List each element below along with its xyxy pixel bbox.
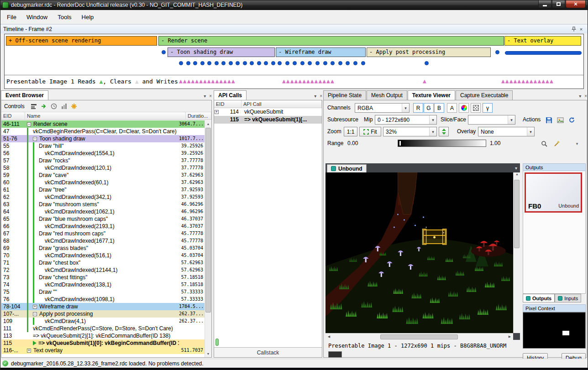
timeline-draw-dot[interactable] [300, 61, 304, 65]
timeline-draw-dot[interactable] [186, 61, 190, 65]
panel-menu-icon[interactable]: ▾ [314, 94, 316, 99]
timeline-header[interactable]: Timeline - Frame #2 × [0, 24, 588, 33]
scroll-thumb[interactable] [514, 180, 520, 248]
timeline-draw-dot[interactable] [315, 61, 320, 65]
panel-close-icon[interactable]: × [584, 94, 587, 99]
event-row[interactable]: 111vkCmdEndRenderPass(C=Store, D=Store, … [1, 325, 205, 332]
timeline-draw-dot[interactable] [346, 61, 350, 65]
event-row[interactable]: 78-104+Wireframe draw1784.5... [1, 303, 205, 310]
scroll-right-icon[interactable]: ▶ [506, 335, 513, 339]
pin-icon[interactable] [570, 26, 578, 32]
timeline-close-icon[interactable]: × [578, 26, 585, 32]
minimize-button[interactable] [538, 0, 551, 8]
preview-tab-list-icon[interactable]: ▾ [515, 166, 520, 172]
timeline-draw-dot[interactable] [193, 61, 197, 65]
scroll-up-icon[interactable]: ▲ [205, 120, 211, 127]
tab-event-browser[interactable]: Event Browser [1, 90, 48, 100]
flip-y-button[interactable] [439, 127, 449, 136]
timeline-marker[interactable]: + Off-screen scene rendering [6, 36, 157, 46]
scroll-thumb[interactable] [205, 128, 211, 313]
timeline-draw-dot[interactable] [425, 61, 429, 65]
range-slider[interactable] [398, 140, 486, 147]
event-row[interactable]: 62vkCmdDrawIndexed(342,1)37.92593 [1, 193, 205, 201]
bookmark-star-icon[interactable] [69, 102, 79, 110]
tab-pipeline-state[interactable]: Pipeline State [323, 90, 366, 100]
event-row[interactable]: 51-76−Toon shading draw1017.7... [1, 135, 205, 142]
panel-close-icon[interactable]: × [209, 94, 212, 99]
event-row[interactable]: 68vkCmdDrawIndexed(1677,1)45.77778 [1, 237, 205, 245]
collapse-icon[interactable]: − [33, 137, 37, 141]
pixel-context-view[interactable] [523, 312, 586, 349]
menu-file[interactable]: File [2, 12, 21, 22]
zoom-dropdown[interactable]: 32% ▾ [383, 127, 437, 136]
panel-menu-icon[interactable]: ▾ [204, 94, 206, 99]
expand-icon[interactable]: + [33, 305, 37, 309]
tab-texture-viewer[interactable]: Texture Viewer [408, 90, 455, 100]
event-row[interactable]: 66vkCmdDrawIndexed(2193,1)46.37037 [1, 223, 205, 230]
tab-inputs[interactable]: Inputs [555, 294, 581, 302]
event-row[interactable]: 67Draw "red mushroom caps"45.77778 [1, 230, 205, 237]
event-row[interactable]: 58vkCmdDrawIndexed(120,1)37.77778 [1, 164, 205, 172]
scroll-down-icon[interactable]: ▼ [205, 350, 211, 357]
timeline-draw-dot[interactable] [221, 61, 226, 65]
event-row[interactable]: 69Draw "grass blades"45.03704 [1, 245, 205, 252]
timeline-marker[interactable]: - Wireframe draw [276, 47, 366, 57]
timeline-draw-dot[interactable] [495, 50, 499, 54]
event-row[interactable]: 72vkCmdDrawIndexed(12144,1)57.62963 [1, 266, 205, 274]
menu-tools[interactable]: Tools [52, 12, 76, 22]
zoom-fit-button[interactable]: Fit [359, 127, 381, 136]
panel-menu-icon[interactable]: ▾ [579, 94, 581, 99]
event-row[interactable]: 70vkCmdDrawIndexed(516,1)45.03704 [1, 252, 205, 259]
find-event-icon[interactable] [29, 102, 38, 110]
timeline-marker[interactable]: - Text overlay [504, 36, 581, 46]
event-row[interactable]: 46-111−Render scene3064.7... [1, 120, 205, 128]
event-row[interactable]: 57Draw "rocks"37.77778 [1, 157, 205, 164]
preview-tab-unbound[interactable]: Unbound [327, 164, 367, 172]
timeline-draw-dot[interactable] [162, 50, 166, 54]
texture-image[interactable] [326, 172, 513, 333]
timeline-draw-dot[interactable] [308, 61, 312, 65]
timeline-draw-dot[interactable] [243, 61, 247, 65]
event-row[interactable]: 71Draw "chest box"57.62963 [1, 259, 205, 266]
timeline-marker[interactable]: - Render scene [158, 36, 504, 46]
green-channel-button[interactable]: G [424, 103, 434, 113]
blue-channel-button[interactable]: B [434, 103, 444, 113]
splitter-handle[interactable] [215, 339, 219, 346]
color-wheel-button[interactable] [459, 103, 469, 113]
collapse-icon[interactable]: − [33, 312, 37, 316]
menu-window[interactable]: Window [21, 12, 52, 22]
alpha-channel-button[interactable]: A [447, 103, 457, 113]
event-browser-scrollbar[interactable]: ▲ ▼ [205, 120, 211, 357]
texture-horizontal-scrollbar[interactable]: ◀ ▶ [326, 333, 513, 340]
event-row[interactable]: 107-...−Apply post processing262.37... [1, 310, 205, 318]
scroll-left-icon[interactable]: ◀ [326, 335, 332, 339]
texture-vertical-scrollbar[interactable]: ▲ [513, 172, 520, 333]
timeline-draw-dot[interactable] [207, 61, 211, 65]
event-row[interactable]: 59Draw "cave"37.62963 [1, 172, 205, 179]
event-row[interactable]: 116-...+Text overlay511.7037 [1, 347, 205, 354]
event-row[interactable]: 74vkCmdDrawIndexed(138,1)57.18518 [1, 281, 205, 288]
timeline-draw-dot[interactable] [200, 61, 205, 65]
timeline-draw-dot[interactable] [278, 61, 282, 65]
timeline-draw-dot[interactable] [257, 61, 261, 65]
timeline-marker[interactable]: - Toon shading draw [168, 47, 275, 57]
event-columns-header[interactable]: EID Name Duratio... [1, 112, 211, 120]
red-channel-button[interactable]: R [413, 103, 423, 113]
event-row[interactable]: 109vkCmdDraw(4,1)262.37... [1, 318, 205, 325]
close-button[interactable]: × [566, 0, 586, 8]
overflow-icon[interactable]: ▾ [573, 140, 581, 148]
event-row[interactable]: 76vkCmdDrawIndexed(1098,1)57.33333 [1, 296, 205, 303]
maximize-button[interactable] [552, 0, 565, 8]
timeline-draw-dot[interactable] [323, 61, 327, 65]
zoom-range-icon[interactable] [540, 140, 548, 148]
tab-api-calls[interactable]: API Calls [214, 90, 247, 100]
range-min-value[interactable]: 0.00 [347, 140, 358, 146]
event-row[interactable]: 47vkCmdBeginRenderPass(C=Clear, D=Clear,… [1, 128, 205, 135]
collapse-icon[interactable]: − [27, 122, 31, 126]
timeline-draw-dot[interactable] [285, 61, 289, 65]
event-row[interactable]: 115=> vkQueueSubmit(1)[0]: vkBeginComman… [1, 339, 205, 347]
title-bar[interactable]: debugmarker.rdc - RenderDoc Unofficial r… [0, 0, 588, 10]
range-max-value[interactable]: 1.00 [490, 140, 500, 146]
slice-face-dropdown[interactable]: ▾ [468, 115, 515, 125]
mip-dropdown[interactable]: 0 - 1272x690 ▾ [375, 115, 437, 125]
